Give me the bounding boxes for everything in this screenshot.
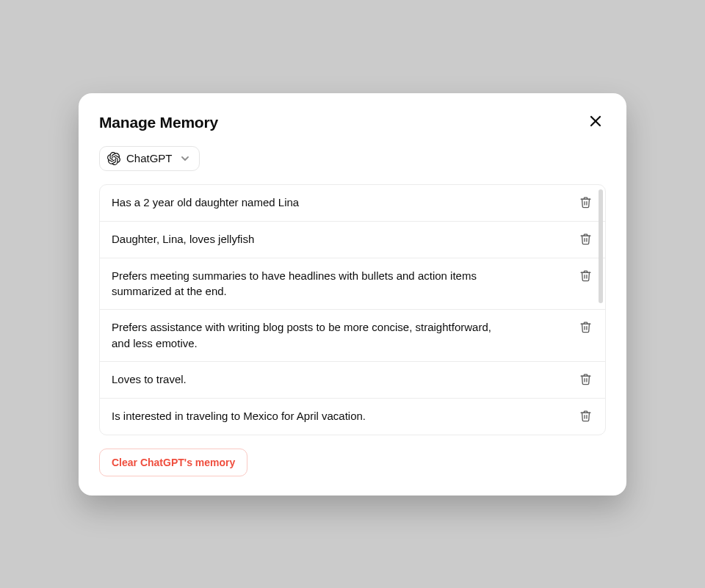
delete-memory-button[interactable] xyxy=(577,320,593,336)
memory-text: Prefers assistance with writing blog pos… xyxy=(112,319,508,352)
trash-icon xyxy=(579,269,592,284)
memory-item: Is interested in traveling to Mexico for… xyxy=(100,399,605,435)
delete-memory-button[interactable] xyxy=(577,232,593,248)
delete-memory-button[interactable] xyxy=(577,269,593,285)
close-button[interactable] xyxy=(585,112,606,133)
model-selector-label: ChatGPT xyxy=(126,152,173,164)
trash-icon xyxy=(579,196,592,211)
memory-item: Has a 2 year old daughter named Lina xyxy=(100,185,605,222)
clear-memory-button[interactable]: Clear ChatGPT's memory xyxy=(99,449,247,476)
memory-text: Prefers meeting summaries to have headli… xyxy=(112,268,508,300)
delete-memory-button[interactable] xyxy=(577,409,593,425)
delete-memory-button[interactable] xyxy=(577,195,593,211)
trash-icon xyxy=(579,410,592,424)
memory-list[interactable]: Has a 2 year old daughter named LinaDaug… xyxy=(100,185,605,435)
memory-item: Prefers assistance with writing blog pos… xyxy=(100,310,605,362)
memory-item: Prefers meeting summaries to have headli… xyxy=(100,258,605,311)
memory-text: Loves to travel. xyxy=(112,371,187,388)
modal-title: Manage Memory xyxy=(99,114,218,131)
chevron-down-icon xyxy=(180,153,190,164)
trash-icon xyxy=(579,233,592,247)
memory-item: Daughter, Lina, loves jellyfish xyxy=(100,222,605,258)
memory-list-frame: Has a 2 year old daughter named LinaDaug… xyxy=(99,184,606,435)
openai-logo-icon xyxy=(107,152,120,165)
memory-text: Has a 2 year old daughter named Lina xyxy=(112,195,299,211)
model-selector[interactable]: ChatGPT xyxy=(99,146,200,171)
memory-text: Daughter, Lina, loves jellyfish xyxy=(112,231,254,247)
close-icon xyxy=(590,115,601,129)
manage-memory-modal: Manage Memory ChatGPT Has a 2 year old d… xyxy=(79,93,626,496)
modal-header: Manage Memory xyxy=(99,112,606,133)
trash-icon xyxy=(579,373,592,388)
modal-footer: Clear ChatGPT's memory xyxy=(99,449,606,476)
delete-memory-button[interactable] xyxy=(577,372,593,388)
memory-text: Is interested in traveling to Mexico for… xyxy=(112,408,366,424)
trash-icon xyxy=(579,321,592,335)
memory-item: Loves to travel. xyxy=(100,362,605,399)
